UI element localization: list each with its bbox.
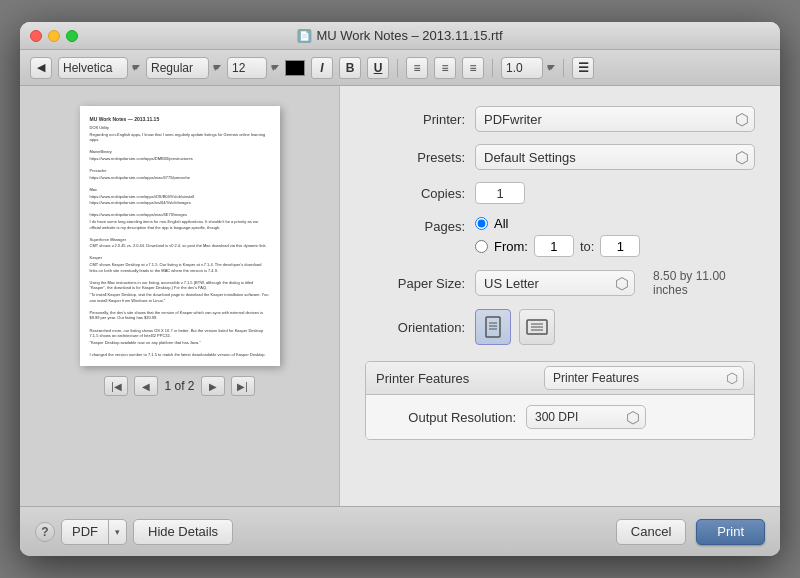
font-family-wrapper: Helvetica xyxy=(58,57,140,79)
presets-label: Presets: xyxy=(365,150,465,165)
output-resolution-label: Output Resolution: xyxy=(386,410,516,425)
pages-all-radio[interactable] xyxy=(475,217,488,230)
doc-paragraph-2: Regarding non-English apps, I know that … xyxy=(90,132,270,143)
pdf-dropdown-arrow[interactable]: ▾ xyxy=(109,519,127,545)
portrait-btn[interactable] xyxy=(475,309,511,345)
doc-paragraph-21: I changed the version number to 7.1.5 to… xyxy=(90,352,270,358)
toolbar-separator-2 xyxy=(492,59,493,77)
pages-from-input[interactable] xyxy=(534,235,574,257)
pages-from-label: From: xyxy=(494,239,528,254)
printer-label: Printer: xyxy=(365,112,465,127)
toolbar-left-btn[interactable]: ◀ xyxy=(30,57,52,79)
orientation-label: Orientation: xyxy=(365,320,465,335)
doc-paragraph-8: https://www.mobipolarstre.com/apps/iOS/B… xyxy=(90,194,270,200)
printer-features-select[interactable]: Printer Features xyxy=(544,366,744,390)
align-center-btn[interactable]: ≡ xyxy=(434,57,456,79)
maximize-button[interactable] xyxy=(66,30,78,42)
pdf-button[interactable]: PDF xyxy=(61,519,109,545)
page-indicator: 1 of 2 xyxy=(164,379,194,393)
align-right-btn[interactable]: ≡ xyxy=(462,57,484,79)
font-style-select[interactable]: Regular xyxy=(146,57,209,79)
print-dialog-window: 📄 MU Work Notes – 2013.11.15.rtf ◀ Helve… xyxy=(20,22,780,556)
copies-row: Copies: xyxy=(365,182,755,204)
traffic-lights xyxy=(30,30,78,42)
pages-to-label: to: xyxy=(580,239,594,254)
first-page-btn[interactable]: |◀ xyxy=(104,376,128,396)
underline-btn[interactable]: U xyxy=(367,57,389,79)
last-page-btn[interactable]: ▶| xyxy=(231,376,255,396)
toolbar-separator-3 xyxy=(563,59,564,77)
paper-size-select-wrapper: US Letter xyxy=(475,270,635,296)
doc-title: MU Work Notes — 2013.11.15 xyxy=(90,116,270,123)
doc-paragraph-6: https://www.mobipolarstre.com/apps/mac/4… xyxy=(90,175,270,181)
doc-paragraph-15: CMT shows Kasper Desktop at v.7.1.5. Our… xyxy=(90,262,270,273)
close-button[interactable] xyxy=(30,30,42,42)
doc-paragraph-10: https://www.mobipolarstre.com/apps/mac/4… xyxy=(90,212,270,218)
toolbar-separator-1 xyxy=(397,59,398,77)
printer-row: Printer: PDFwriter xyxy=(365,106,755,132)
doc-paragraph-14: Kasper xyxy=(90,255,270,261)
doc-paragraph-4: https://www.mobipolarstre.com/apps/DMB00… xyxy=(90,156,270,162)
align-left-btn[interactable]: ≡ xyxy=(406,57,428,79)
hide-details-button[interactable]: Hide Details xyxy=(133,519,233,545)
line-spacing-select[interactable]: 1.0 xyxy=(501,57,543,79)
pdf-btn-wrapper: PDF ▾ xyxy=(61,519,127,545)
copies-input[interactable] xyxy=(475,182,525,204)
pages-from-radio[interactable] xyxy=(475,240,488,253)
doc-paragraph-5: Precache xyxy=(90,168,270,174)
pages-from-row: From: to: xyxy=(475,235,755,257)
svg-rect-0 xyxy=(486,317,500,337)
paper-size-label: Paper Size: xyxy=(365,276,465,291)
italic-btn[interactable]: I xyxy=(311,57,333,79)
paper-size-dimensions: 8.50 by 11.00 inches xyxy=(653,269,755,297)
doc-paragraph-7: Mac xyxy=(90,187,270,193)
color-box[interactable] xyxy=(285,60,305,76)
help-button[interactable]: ? xyxy=(35,522,55,542)
main-content: MU Work Notes — 2013.11.15 DOS Utility R… xyxy=(20,86,780,506)
doc-paragraph-1: DOS Utility xyxy=(90,125,270,131)
prev-page-btn[interactable]: ◀ xyxy=(134,376,158,396)
font-style-arrow xyxy=(213,65,221,70)
copies-label: Copies: xyxy=(365,186,465,201)
bold-btn[interactable]: B xyxy=(339,57,361,79)
presets-select[interactable]: Default Settings xyxy=(475,144,755,170)
portrait-icon xyxy=(484,316,502,338)
doc-paragraph-18: Personally, the dev's site shows that th… xyxy=(90,310,270,321)
features-select-wrapper: Printer Features xyxy=(544,366,744,390)
font-style-wrapper: Regular xyxy=(146,57,221,79)
pages-control: All From: to: xyxy=(475,216,755,257)
doc-paragraph-17: "To install Kasper Desktop, visit the do… xyxy=(90,292,270,303)
pages-label: Pages: xyxy=(365,216,465,234)
printer-select[interactable]: PDFwriter xyxy=(475,106,755,132)
printer-features-header: Printer Features Printer Features xyxy=(366,362,754,395)
doc-paragraph-9: https://www.mobipolarstre.com/apps/ios/0… xyxy=(90,200,270,206)
font-family-select[interactable]: Helvetica xyxy=(58,57,128,79)
copies-control xyxy=(475,182,755,204)
doc-paragraph-11: I do have some long-standing items for n… xyxy=(90,219,270,230)
pages-options: All From: to: xyxy=(475,216,755,257)
list-btn[interactable]: ☰ xyxy=(572,57,594,79)
presets-select-wrapper: Default Settings xyxy=(475,144,755,170)
presets-row: Presets: Default Settings xyxy=(365,144,755,170)
paper-size-row: Paper Size: US Letter 8.50 by 11.00 inch… xyxy=(365,269,755,297)
presets-control: Default Settings xyxy=(475,144,755,170)
printer-features-title: Printer Features xyxy=(376,371,469,386)
cancel-button[interactable]: Cancel xyxy=(616,519,686,545)
title-bar: 📄 MU Work Notes – 2013.11.15.rtf xyxy=(20,22,780,50)
paper-size-select[interactable]: US Letter xyxy=(475,270,635,296)
landscape-btn[interactable] xyxy=(519,309,555,345)
next-page-btn[interactable]: ▶ xyxy=(201,376,225,396)
printer-control: PDFwriter xyxy=(475,106,755,132)
doc-paragraph-16: Using the Mac instructions in our listin… xyxy=(90,280,270,291)
output-resolution-select[interactable]: 300 DPI xyxy=(526,405,646,429)
minimize-button[interactable] xyxy=(48,30,60,42)
preview-pane: MU Work Notes — 2013.11.15 DOS Utility R… xyxy=(20,86,340,506)
font-size-select[interactable]: 12 xyxy=(227,57,267,79)
line-spacing-wrapper: 1.0 xyxy=(501,57,555,79)
print-button[interactable]: Print xyxy=(696,519,765,545)
bottom-left-controls: ? PDF ▾ Hide Details xyxy=(35,519,233,545)
printer-features-body: Output Resolution: 300 DPI xyxy=(366,395,754,439)
pages-to-input[interactable] xyxy=(600,235,640,257)
line-spacing-arrow xyxy=(547,65,555,70)
doc-paragraph-13: CMT shows v.2.0.45 vs. 2.0.44. Download … xyxy=(90,243,270,249)
